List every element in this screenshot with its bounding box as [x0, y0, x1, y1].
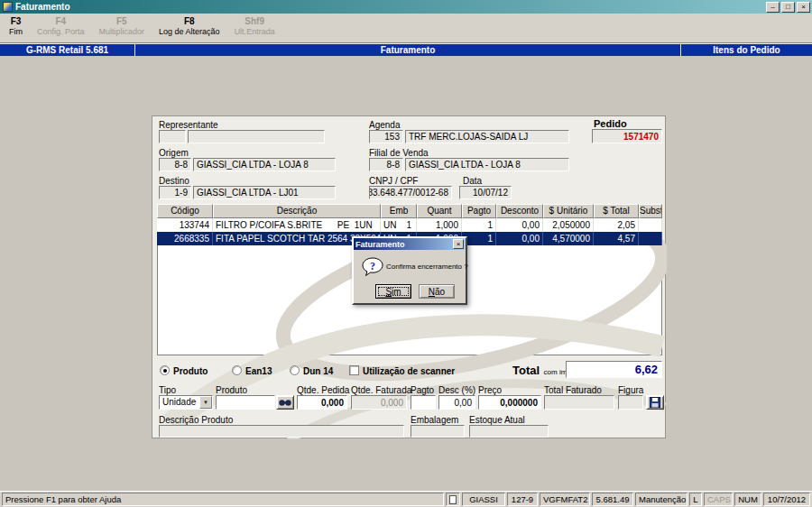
scanner-checkbox-label: Utilização de scanner	[363, 366, 455, 376]
origem-code-field[interactable]: 8-8	[159, 158, 191, 171]
question-icon: ?	[362, 257, 383, 277]
statusbar-panel-l: L	[689, 493, 702, 506]
pedido-label: Pedido	[594, 118, 627, 129]
toolbar-item-f4: F4Config. Porta	[37, 16, 85, 36]
produto-input[interactable]	[216, 395, 275, 410]
header-bar: G-RMS Retail 5.681 Faturamento Itens do …	[0, 43, 812, 56]
statusbar: Pressione F1 para obter Ajuda GIASSI127-…	[0, 491, 812, 507]
statusbar-panel-giassi: GIASSI	[462, 493, 505, 506]
statusbar-panel-568149: 5.681.49	[592, 493, 633, 506]
representante-name-field[interactable]	[188, 130, 325, 143]
table-cell-subst	[639, 232, 662, 245]
statusbar-panel-vgfmfat2: VGFMFAT2	[540, 493, 590, 506]
pagto-input[interactable]	[411, 395, 436, 410]
qtde-faturada-label: Qtde. Faturada	[351, 385, 411, 395]
qtde-pedida-input[interactable]: 0,000	[297, 395, 347, 410]
scanner-checkbox[interactable]	[349, 365, 359, 375]
confirm-dialog: Faturamento × ? Confirma encerramento ? …	[352, 236, 467, 305]
search-product-button[interactable]	[276, 395, 294, 410]
filial-venda-label: Filial de Venda	[369, 148, 429, 158]
save-icon	[650, 397, 660, 408]
toolbar-item-f8[interactable]: F8Log de Alteração	[159, 16, 220, 36]
destino-code-field[interactable]: 1-9	[159, 186, 191, 199]
filial-name-field[interactable]: GIASSI_CIA LTDA - LOJA 8	[405, 158, 569, 171]
toolbar-key: F5	[116, 16, 127, 26]
figura-field	[618, 395, 643, 410]
filial-code-field[interactable]: 8-8	[369, 158, 403, 171]
statusbar-panels: GIASSI127-9VGFMFAT25.681.49ManutençãoLCA…	[462, 493, 810, 506]
dialog-close-button[interactable]: ×	[453, 239, 464, 249]
document-icon	[449, 495, 457, 504]
agenda-name-field[interactable]: TRF MERC.LOJAS-SAIDA LJ	[405, 130, 569, 143]
preco-input[interactable]: 0,000000	[478, 395, 541, 410]
statusbar-panel-caps: CAPS	[704, 493, 733, 506]
grid-column-header[interactable]: Pagto	[462, 204, 496, 218]
toolbar-item-shf9: Shf9Ult.Entrada	[235, 16, 275, 36]
window-title: Faturamento	[15, 2, 764, 12]
descricao-produto-field	[159, 425, 404, 438]
toolbar-key: F8	[184, 16, 195, 26]
titlebar[interactable]: Faturamento – □ ×	[0, 0, 812, 14]
table-cell-descricao: FILTRO P/COIFA S.BRITE PE 1UN	[213, 218, 381, 232]
grid-column-header[interactable]: $ Total	[594, 204, 639, 218]
close-button[interactable]: ×	[797, 2, 810, 13]
tipo-dropdown-value: Unidade	[160, 396, 199, 409]
dialog-body: ? Confirma encerramento ? Sim Não	[354, 250, 466, 303]
agenda-code-field[interactable]: 153	[369, 130, 403, 143]
app-icon	[3, 2, 13, 12]
tipo-dropdown[interactable]: Unidade ▼	[159, 395, 213, 410]
app-window: Faturamento – □ × F3FimF4Config. PortaF5…	[0, 0, 812, 507]
agenda-label: Agenda	[369, 120, 400, 130]
total-faturado-label: Total Faturado	[544, 385, 602, 395]
statusbar-doc-panel	[446, 493, 460, 506]
grid-header: CódigoDescriçãoEmbQuantPagtoDesconto$ Un…	[157, 204, 662, 218]
grid-column-header[interactable]: Quant	[417, 204, 462, 218]
statusbar-panel-manuteno: Manutenção	[635, 493, 687, 506]
toolbar-key: Shf9	[245, 16, 264, 26]
cnpj-label: CNPJ / CPF	[369, 176, 418, 186]
toolbar-label: Fim	[9, 27, 23, 36]
grid-column-header[interactable]: Emb	[381, 204, 417, 218]
grid-column-header[interactable]: Desconto	[496, 204, 543, 218]
grid-column-header[interactable]: Subst.	[639, 204, 662, 218]
origem-label: Origem	[159, 148, 189, 158]
radio-produto[interactable]	[160, 365, 170, 375]
destino-name-field[interactable]: GIASSI_CIA LTDA - LJ01	[193, 186, 336, 199]
statusbar-panel-1072012: 10/7/2012	[763, 493, 810, 506]
confirm-no-button[interactable]: Não	[419, 284, 455, 299]
dropdown-arrow-icon[interactable]: ▼	[199, 396, 212, 409]
confirm-yes-button[interactable]: Sim	[375, 284, 411, 299]
estoque-atual-field	[469, 425, 549, 438]
table-cell-quant: 1,000	[417, 218, 462, 232]
toolbar-key: F3	[11, 16, 22, 26]
toolbar-item-f3[interactable]: F3Fim	[9, 16, 23, 36]
dialog-titlebar[interactable]: Faturamento ×	[354, 238, 466, 250]
table-row[interactable]: 133744FILTRO P/COIFA S.BRITE PE 1UNUN 11…	[157, 218, 662, 232]
toolbar-label: Config. Porta	[37, 27, 85, 36]
qtde-pedida-label: Qtde. Pedida	[297, 385, 349, 395]
grid-column-header[interactable]: Código	[157, 204, 213, 218]
toolbar-key: F4	[55, 16, 66, 26]
save-button[interactable]	[646, 395, 664, 410]
toolbar-item-f5: F5Multiplicador	[99, 16, 145, 36]
statusbar-panel-num: NUM	[734, 493, 761, 506]
desc-percent-input[interactable]: 0,00	[438, 395, 475, 410]
grid-column-header[interactable]: Descrição	[213, 204, 381, 218]
minimize-button[interactable]: –	[766, 2, 780, 13]
header-module-title: Faturamento	[135, 44, 681, 56]
grid-column-header[interactable]: $ Unitário	[543, 204, 594, 218]
descricao-produto-label: Descrição Produto	[159, 415, 233, 425]
representante-code-field[interactable]	[159, 130, 186, 143]
table-cell-total: 4,57	[594, 232, 639, 245]
embalagem-field	[411, 425, 465, 438]
radio-dun14-label: Dun 14	[303, 366, 333, 376]
data-label: Data	[463, 176, 482, 186]
radio-dun14[interactable]	[290, 365, 300, 375]
binoculars-icon	[279, 399, 291, 407]
radio-ean13[interactable]	[232, 365, 242, 375]
maximize-button[interactable]: □	[781, 2, 795, 13]
toolbar-label: Multiplicador	[99, 27, 145, 36]
table-row-empty	[157, 327, 662, 340]
origem-name-field[interactable]: GIASSI_CIA LTDA - LOJA 8	[193, 158, 336, 171]
header-section-title: Itens do Pedido	[681, 44, 812, 56]
